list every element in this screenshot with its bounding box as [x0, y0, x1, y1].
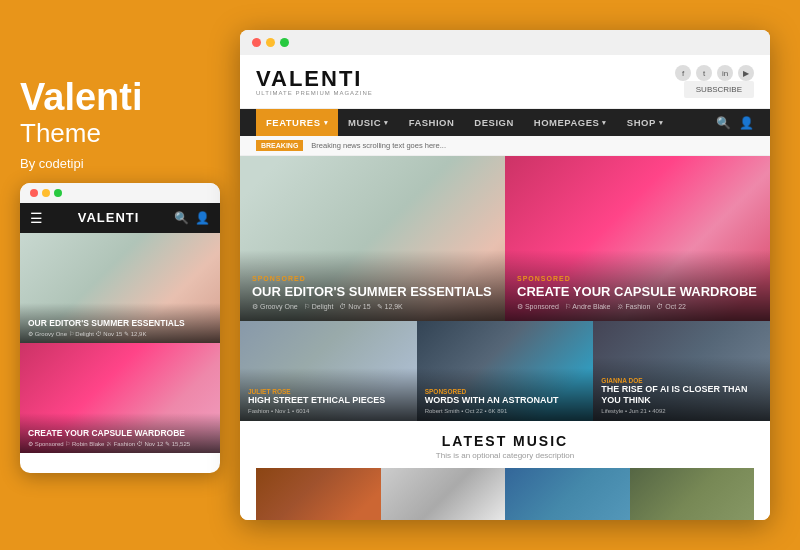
- brand-name: Valenti: [20, 77, 240, 119]
- chevron-down-icon-2: ▾: [384, 119, 389, 127]
- nav-item-shop[interactable]: SHOP ▾: [617, 109, 673, 136]
- site-logo-sub: ULTIMATE PREMIUM MAGAZINE: [256, 90, 373, 96]
- big-card-2-meta: ⚙ Sponsored ⚐ Andre Blake ⛭ Fashion ⏱ Oc…: [517, 303, 758, 311]
- hamburger-icon: ☰: [30, 210, 43, 226]
- top-row: SPONSORED OUR EDITOR'S SUMMER ESSENTIALS…: [240, 156, 770, 321]
- mid-card-3-category: Gianna Doe: [601, 377, 762, 384]
- nav-item-homepages[interactable]: HOMEPAGES ▾: [524, 109, 617, 136]
- music-thumb-1[interactable]: [256, 468, 381, 520]
- mid-card-1-category: Juliet Rose: [248, 388, 409, 395]
- browser-dot-green: [280, 38, 289, 47]
- site-header-right: f t in ▶ SUBSCRIBE: [675, 65, 754, 98]
- mobile-search-icon: 🔍: [174, 211, 189, 225]
- music-thumb-4[interactable]: [630, 468, 755, 520]
- mid-card-3[interactable]: Gianna Doe THE RISE OF AI IS CLOSER THAN…: [593, 321, 770, 421]
- big-card-2-category: SPONSORED: [517, 275, 758, 282]
- mobile-preview: ☰ VALENTI 🔍 👤 OUR EDITOR'S SUMMER ESSENT…: [20, 183, 220, 473]
- mobile-card-2-title: CREATE YOUR CAPSULE WARDROBE: [28, 428, 212, 438]
- big-card-2[interactable]: SPONSORED CREATE YOUR CAPSULE WARDROBE ⚙…: [505, 156, 770, 321]
- mobile-navbar: ☰ VALENTI 🔍 👤: [20, 203, 220, 233]
- site-nav: FEATURES ▾ MUSIC ▾ FASHION DESIGN HOMEPA…: [240, 109, 770, 136]
- mid-card-3-meta: Lifestyle • Jun 21 • 4092: [601, 408, 762, 414]
- mobile-card-2-meta: ⚙ Sponsored ⚐ Robin Blake ⛭ Fashion ⏱ No…: [28, 440, 212, 447]
- big-card-1-category: SPONSORED: [252, 275, 493, 282]
- social-icons: f t in ▶: [675, 65, 754, 81]
- mid-card-1[interactable]: Juliet Rose HIGH STREET ETHICAL PIECES F…: [240, 321, 417, 421]
- music-thumb-2-image: [381, 468, 506, 520]
- site-logo-main: VALENTI: [256, 68, 373, 90]
- byline: By codetipi: [20, 156, 240, 171]
- youtube-icon[interactable]: ▶: [738, 65, 754, 81]
- mobile-window-chrome: [20, 183, 220, 203]
- big-card-2-title: CREATE YOUR CAPSULE WARDROBE: [517, 284, 758, 300]
- chevron-down-icon-3: ▾: [602, 119, 607, 127]
- chevron-down-icon-4: ▾: [659, 119, 664, 127]
- music-thumb-3-image: [505, 468, 630, 520]
- browser-window-controls: [252, 38, 289, 47]
- mid-row: Juliet Rose HIGH STREET ETHICAL PIECES F…: [240, 321, 770, 421]
- mobile-card-2-overlay: CREATE YOUR CAPSULE WARDROBE ⚙ Sponsored…: [20, 413, 220, 453]
- theme-label: Theme: [20, 119, 240, 148]
- mobile-logo: VALENTI: [78, 210, 140, 225]
- browser-chrome: [240, 30, 770, 55]
- main-grid: SPONSORED OUR EDITOR'S SUMMER ESSENTIALS…: [240, 156, 770, 520]
- mid-card-1-meta: Fashion • Nov 1 • 6014: [248, 408, 409, 414]
- nav-item-music[interactable]: MUSIC ▾: [338, 109, 399, 136]
- mid-card-2-title: WORDS WITH AN ASTRONAUT: [425, 395, 586, 406]
- breaking-bar: BREAKING Breaking news scrolling text go…: [240, 136, 770, 156]
- mobile-card-1-title: OUR EDITOR'S SUMMER ESSENTIALS: [28, 318, 212, 328]
- music-thumb-1-image: [256, 468, 381, 520]
- nav-item-features[interactable]: FEATURES ▾: [256, 109, 338, 136]
- browser-dot-red: [252, 38, 261, 47]
- nav-links: FEATURES ▾ MUSIC ▾ FASHION DESIGN HOMEPA…: [256, 109, 673, 136]
- mid-card-1-title: HIGH STREET ETHICAL PIECES: [248, 395, 409, 406]
- mid-card-2[interactable]: Sponsored WORDS WITH AN ASTRONAUT Robert…: [417, 321, 594, 421]
- breaking-tag: BREAKING: [256, 140, 303, 151]
- big-card-1[interactable]: SPONSORED OUR EDITOR'S SUMMER ESSENTIALS…: [240, 156, 505, 321]
- left-panel: Valenti Theme By codetipi ☰ VALENTI 🔍 👤 …: [20, 77, 240, 472]
- mobile-nav-icons: 🔍 👤: [174, 211, 210, 225]
- site-header: VALENTI ULTIMATE PREMIUM MAGAZINE f t in…: [240, 55, 770, 109]
- music-thumb-4-image: [630, 468, 755, 520]
- subscribe-button[interactable]: SUBSCRIBE: [684, 81, 754, 98]
- browser-window: VALENTI ULTIMATE PREMIUM MAGAZINE f t in…: [240, 30, 770, 520]
- user-icon[interactable]: 👤: [739, 116, 754, 130]
- site-logo: VALENTI ULTIMATE PREMIUM MAGAZINE: [256, 68, 373, 96]
- mid-card-1-overlay: Juliet Rose HIGH STREET ETHICAL PIECES F…: [240, 368, 417, 421]
- music-thumb-2[interactable]: [381, 468, 506, 520]
- search-icon[interactable]: 🔍: [716, 116, 731, 130]
- nav-item-design[interactable]: DESIGN: [464, 109, 523, 136]
- mobile-dot-yellow: [42, 189, 50, 197]
- chevron-down-icon: ▾: [324, 119, 329, 127]
- mobile-card-1-overlay: OUR EDITOR'S SUMMER ESSENTIALS ⚙ Groovy …: [20, 303, 220, 343]
- breaking-text: Breaking news scrolling text goes here..…: [311, 141, 754, 150]
- mobile-card-2: CREATE YOUR CAPSULE WARDROBE ⚙ Sponsored…: [20, 343, 220, 453]
- latest-music-title: LATEST MUSIC: [256, 433, 754, 449]
- twitter-icon[interactable]: t: [696, 65, 712, 81]
- mid-card-3-title: THE RISE OF AI IS CLOSER THAN YOU THINK: [601, 384, 762, 406]
- browser-content: VALENTI ULTIMATE PREMIUM MAGAZINE f t in…: [240, 55, 770, 520]
- mid-card-3-overlay: Gianna Doe THE RISE OF AI IS CLOSER THAN…: [593, 357, 770, 421]
- mobile-dot-red: [30, 189, 38, 197]
- music-thumb-3[interactable]: [505, 468, 630, 520]
- mobile-card-1-meta: ⚙ Groovy One ⚐ Delight ⏱ Nov 15 ✎ 12,9K: [28, 330, 212, 337]
- big-card-1-overlay: SPONSORED OUR EDITOR'S SUMMER ESSENTIALS…: [240, 250, 505, 321]
- latest-music-section: LATEST MUSIC This is an optional categor…: [240, 421, 770, 520]
- mid-card-2-meta: Robert Smith • Oct 22 • 6K 891: [425, 408, 586, 414]
- nav-item-fashion[interactable]: FASHION: [399, 109, 465, 136]
- latest-music-subtitle: This is an optional category description: [256, 451, 754, 460]
- mobile-user-icon: 👤: [195, 211, 210, 225]
- big-card-1-meta: ⚙ Groovy One ⚐ Delight ⏱ Nov 15 ✎ 12,9K: [252, 303, 493, 311]
- browser-dot-yellow: [266, 38, 275, 47]
- big-card-1-title: OUR EDITOR'S SUMMER ESSENTIALS: [252, 284, 493, 300]
- mobile-card-1: OUR EDITOR'S SUMMER ESSENTIALS ⚙ Groovy …: [20, 233, 220, 343]
- mobile-dot-green: [54, 189, 62, 197]
- big-card-2-overlay: SPONSORED CREATE YOUR CAPSULE WARDROBE ⚙…: [505, 250, 770, 321]
- instagram-icon[interactable]: in: [717, 65, 733, 81]
- music-strip: [256, 468, 754, 520]
- mid-card-2-category: Sponsored: [425, 388, 586, 395]
- nav-action-icons: 🔍 👤: [716, 116, 754, 130]
- mid-card-2-overlay: Sponsored WORDS WITH AN ASTRONAUT Robert…: [417, 368, 594, 421]
- facebook-icon[interactable]: f: [675, 65, 691, 81]
- left-title: Valenti Theme: [20, 77, 240, 147]
